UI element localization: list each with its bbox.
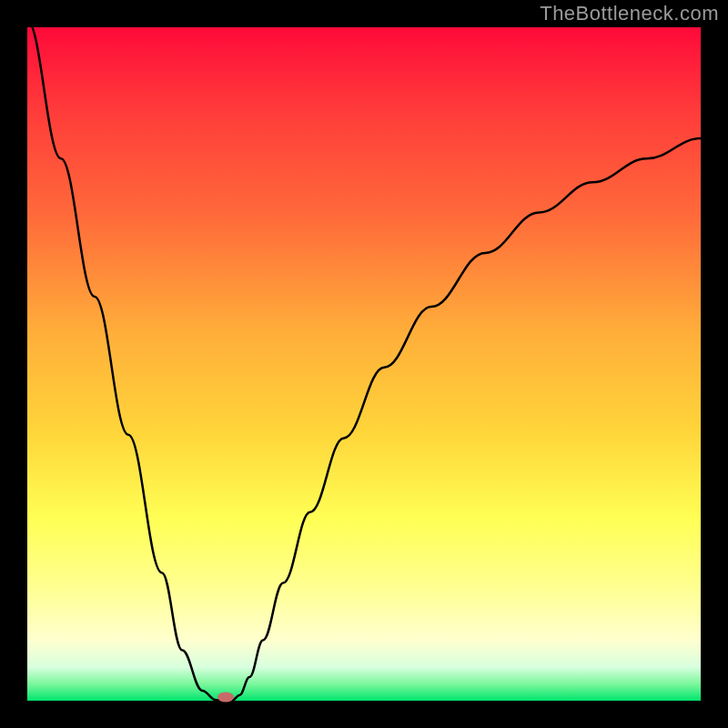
plot-area <box>27 27 701 701</box>
watermark-text: TheBottleneck.com <box>540 2 719 25</box>
curve-svg <box>27 27 701 701</box>
bottleneck-curve <box>27 27 701 701</box>
chart-container: TheBottleneck.com <box>0 0 728 728</box>
optimum-marker <box>217 693 234 703</box>
